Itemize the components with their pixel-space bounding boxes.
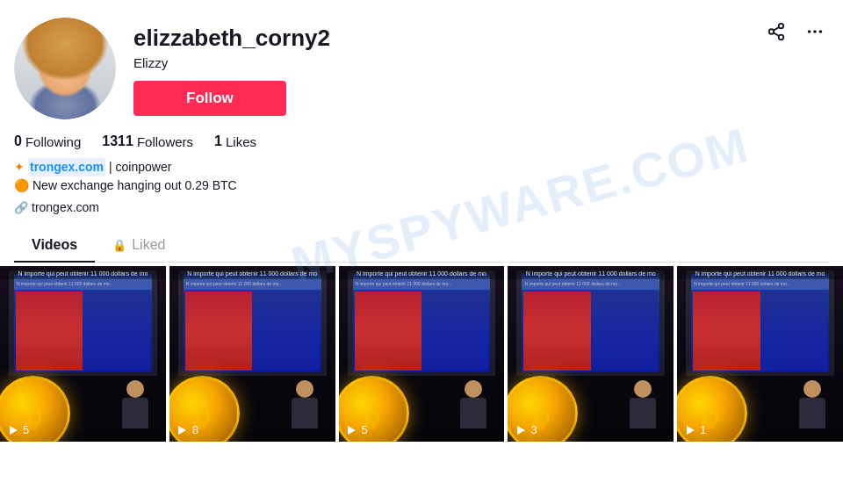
video-card[interactable]: N importe qui peut obtenir 11 000 dollar… bbox=[677, 266, 843, 442]
followers-label: Followers bbox=[137, 134, 193, 149]
laptop: N importe qui peut obtenir 11 000 dollar… bbox=[9, 270, 157, 376]
svg-point-6 bbox=[813, 30, 817, 33]
person-figure bbox=[625, 380, 660, 433]
play-icon bbox=[684, 424, 696, 436]
tab-liked[interactable]: 🔒 Liked bbox=[95, 228, 183, 262]
video-scene: N importe qui peut obtenir 11 000 dollar… bbox=[677, 266, 843, 442]
person-figure bbox=[795, 380, 830, 433]
video-thumbnail: N importe qui peut obtenir 11 000 dollar… bbox=[0, 266, 166, 442]
play-count-number: 3 bbox=[530, 423, 537, 436]
video-card[interactable]: N importe qui peut obtenir 11 000 dollar… bbox=[0, 266, 166, 442]
more-options-icon[interactable] bbox=[801, 18, 829, 46]
username: elizzabeth_corny2 bbox=[133, 25, 745, 52]
video-card[interactable]: N importe qui peut obtenir 11 000 dollar… bbox=[169, 266, 335, 442]
video-overlay-text: N importe qui peut obtenir 11 000 dollar… bbox=[677, 268, 843, 279]
video-scene: N importe qui peut obtenir 11 000 dollar… bbox=[339, 266, 505, 442]
play-icon bbox=[7, 424, 19, 436]
likes-label: Likes bbox=[226, 134, 256, 149]
person-figure bbox=[118, 380, 153, 433]
video-thumbnail: N importe qui peut obtenir 11 000 dollar… bbox=[508, 266, 674, 442]
svg-point-7 bbox=[819, 30, 823, 33]
laptop: N importe qui peut obtenir 11 000 dollar… bbox=[686, 270, 834, 376]
star-icon: ✦ bbox=[14, 158, 25, 176]
tab-videos[interactable]: Videos bbox=[14, 228, 95, 262]
laptop: N importe qui peut obtenir 11 000 dollar… bbox=[178, 270, 327, 376]
orange-dot-icon: 🟠 bbox=[14, 176, 29, 195]
following-stat: 0 Following bbox=[14, 133, 81, 149]
profile-link-row: 🔗 trongex.com bbox=[14, 200, 829, 214]
laptop: N importe qui peut obtenir 11 000 dollar… bbox=[516, 270, 665, 376]
link-icon: 🔗 bbox=[14, 201, 28, 214]
video-thumbnail: N importe qui peut obtenir 11 000 dollar… bbox=[339, 266, 505, 442]
bio-text-2: New exchange hanging out 0.29 BTC bbox=[32, 176, 237, 195]
lock-icon: 🔒 bbox=[112, 239, 126, 252]
svg-line-4 bbox=[774, 27, 779, 31]
tabs-section: Videos 🔒 Liked bbox=[14, 228, 829, 263]
stats-row: 0 Following 1311 Followers 1 Likes bbox=[14, 133, 829, 149]
play-icon bbox=[515, 424, 527, 436]
video-play-count: 5 bbox=[7, 423, 29, 436]
following-label: Following bbox=[25, 134, 81, 149]
person-figure bbox=[287, 380, 322, 433]
play-count-number: 8 bbox=[192, 423, 198, 436]
video-play-count: 1 bbox=[684, 423, 706, 436]
bio-section: ✦ trongex.com | coinpower 🟠 New exchange… bbox=[14, 158, 829, 195]
svg-point-5 bbox=[808, 30, 811, 33]
bio-text-part2: | coinpower bbox=[109, 158, 171, 176]
play-icon bbox=[177, 424, 189, 436]
likes-stat: 1 Likes bbox=[214, 133, 256, 149]
video-scene: N importe qui peut obtenir 11 000 dollar… bbox=[0, 266, 166, 442]
profile-section: elizzabeth_corny2 Elizzy Follow bbox=[0, 0, 843, 263]
bio-link[interactable]: trongex.com bbox=[28, 158, 105, 176]
video-overlay-text: N importe qui peut obtenir 11 000 dollar… bbox=[508, 268, 674, 279]
header-actions bbox=[762, 18, 829, 46]
profile-link[interactable]: trongex.com bbox=[32, 200, 99, 214]
play-count-number: 5 bbox=[362, 423, 368, 436]
avatar bbox=[14, 18, 116, 119]
followers-count: 1311 bbox=[102, 133, 133, 149]
video-thumbnail: N importe qui peut obtenir 11 000 dollar… bbox=[677, 266, 843, 442]
play-icon bbox=[346, 424, 358, 436]
share-icon[interactable] bbox=[762, 18, 790, 46]
follow-button[interactable]: Follow bbox=[133, 81, 286, 116]
video-scene: N importe qui peut obtenir 11 000 dollar… bbox=[508, 266, 674, 442]
video-card[interactable]: N importe qui peut obtenir 11 000 dollar… bbox=[508, 266, 674, 442]
video-play-count: 8 bbox=[177, 423, 198, 436]
bio-line-1: ✦ trongex.com | coinpower bbox=[14, 158, 829, 176]
video-overlay-text: N importe qui peut obtenir 11 000 dollar… bbox=[0, 268, 166, 279]
play-count-number: 5 bbox=[23, 423, 29, 436]
profile-info: elizzabeth_corny2 Elizzy Follow bbox=[133, 18, 745, 116]
following-count: 0 bbox=[14, 133, 22, 149]
videos-grid: N importe qui peut obtenir 11 000 dollar… bbox=[0, 266, 843, 442]
followers-stat: 1311 Followers bbox=[102, 133, 193, 149]
video-overlay-text: N importe qui peut obtenir 11 000 dollar… bbox=[169, 268, 335, 279]
profile-header: elizzabeth_corny2 Elizzy Follow bbox=[14, 18, 829, 119]
video-play-count: 5 bbox=[346, 423, 368, 436]
tab-liked-label: Liked bbox=[132, 237, 165, 253]
video-thumbnail: N importe qui peut obtenir 11 000 dollar… bbox=[169, 266, 335, 442]
display-name: Elizzy bbox=[133, 55, 745, 70]
play-count-number: 1 bbox=[700, 423, 706, 436]
svg-line-3 bbox=[774, 32, 779, 36]
video-card[interactable]: N importe qui peut obtenir 11 000 dollar… bbox=[339, 266, 505, 442]
laptop: N importe qui peut obtenir 11 000 dollar… bbox=[348, 270, 496, 376]
likes-count: 1 bbox=[214, 133, 222, 149]
bio-line-2: 🟠 New exchange hanging out 0.29 BTC bbox=[14, 176, 829, 195]
video-overlay-text: N importe qui peut obtenir 11 000 dollar… bbox=[339, 268, 505, 279]
video-play-count: 3 bbox=[515, 423, 537, 436]
person-figure bbox=[456, 380, 491, 433]
video-scene: N importe qui peut obtenir 11 000 dollar… bbox=[169, 266, 335, 442]
